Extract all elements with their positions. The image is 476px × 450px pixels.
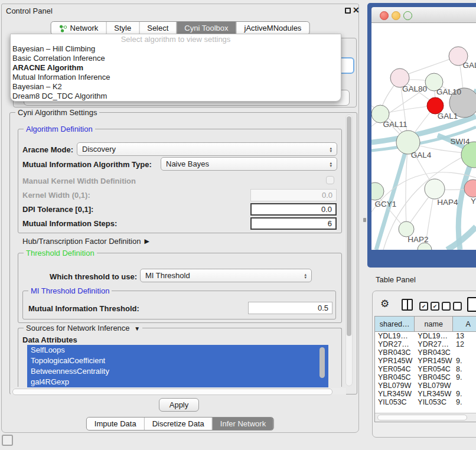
- tab-discretize-data[interactable]: Discretize Data: [144, 418, 212, 430]
- network-window-titlebar[interactable]: [371, 7, 476, 23]
- algorithm-option-aracne-algorithm[interactable]: ARACNE Algorithm: [11, 63, 341, 73]
- close-traffic-light-icon[interactable]: [380, 11, 389, 20]
- mi-steps-label: Mutual Information Steps:: [22, 219, 117, 228]
- apply-button[interactable]: Apply: [159, 398, 199, 412]
- table-cell: YIL053C: [415, 398, 453, 406]
- mi-threshold-group-title: MI Threshold Definition: [28, 286, 112, 295]
- algorithm-option-bayesian-hill-climbing[interactable]: Bayesian – Hill Climbing: [11, 44, 341, 54]
- tab-network[interactable]: Network: [51, 22, 106, 34]
- mi-type-combo[interactable]: Naive Bayes ▴▾: [161, 157, 337, 171]
- dpi-tolerance-field[interactable]: 0.0: [250, 203, 337, 216]
- network-node-label: SWI4: [450, 137, 470, 146]
- sources-title-text: Sources for Network Inference: [26, 324, 130, 332]
- algorithm-option-basic-correlation-inference[interactable]: Basic Correlation Inference: [11, 54, 341, 63]
- network-icon: [59, 24, 67, 32]
- attributes-vscrollbar-thumb[interactable]: [319, 347, 325, 378]
- settings-hscrollbar[interactable]: [11, 388, 346, 394]
- network-node-label: GAL: [462, 61, 476, 70]
- node-table[interactable]: shared…nameA YDL19…YDL19…13YDR27…YDR27…1…: [374, 316, 476, 422]
- deselect-all-icon[interactable]: [442, 302, 464, 311]
- tab-label: Infer Network: [220, 419, 266, 428]
- control-panel-title: Control Panel: [6, 6, 53, 15]
- network-canvas[interactable]: GALGAL80GAL10GAL1GAL11SWI4GAL4GCY1HAP4YH…: [371, 23, 476, 250]
- close-window-icon[interactable]: ✕: [353, 5, 360, 15]
- table-cell: YBR043C: [415, 348, 453, 357]
- tab-jactivemnodules[interactable]: jActiveMNodules: [236, 22, 309, 34]
- settings-vscrollbar[interactable]: [345, 115, 353, 386]
- algorithm-option-bayesian-k2[interactable]: Bayesian – K2: [11, 82, 341, 92]
- table-row[interactable]: YDL19…YDL19…13: [375, 332, 476, 340]
- attributes-vscrollbar[interactable]: [319, 346, 326, 386]
- tab-label: Network: [70, 24, 99, 32]
- mi-type-label: Mutual Information Algorithm Type:: [22, 160, 152, 169]
- algorithm-dropdown-popup: Select algorithm to view settings Bayesi…: [10, 34, 341, 102]
- attribute-item-gal4rgexp[interactable]: gal4RGexp: [27, 377, 328, 387]
- column-header-a[interactable]: A: [453, 317, 476, 331]
- aracne-mode-label: Aracne Mode:: [22, 145, 73, 154]
- cyni-bottom-tabbar: Impute DataDiscretize DataInfer Network: [86, 417, 274, 431]
- panel-corner-button[interactable]: [2, 435, 13, 446]
- table-cell: YPR145W: [375, 357, 415, 365]
- which-threshold-combo[interactable]: MI Threshold ▴▾: [140, 269, 312, 282]
- table-hscrollbar[interactable]: [375, 413, 476, 422]
- table-cell: 12: [453, 340, 476, 348]
- hub-tf-expander[interactable]: Hub/Transcription Factor Definition ▶: [22, 237, 149, 246]
- which-threshold-value: MI Threshold: [145, 271, 190, 280]
- algorithm-option-dream8-dc-tdc-algorithm[interactable]: Dream8 DC_TDC Algorithm: [11, 92, 341, 101]
- table-cell: YLR345W: [375, 390, 415, 398]
- table-cell: YBL079W: [375, 381, 415, 390]
- table-cell: 9.: [453, 398, 476, 406]
- tab-impute-data[interactable]: Impute Data: [87, 418, 144, 430]
- zoom-traffic-light-icon[interactable]: [403, 11, 412, 20]
- tab-infer-network[interactable]: Infer Network: [212, 418, 273, 430]
- select-all-icon[interactable]: ✔✔: [419, 302, 442, 311]
- tab-label: Discretize Data: [152, 419, 204, 428]
- float-window-icon[interactable]: [345, 8, 351, 14]
- mi-threshold-field[interactable]: 0.5: [248, 302, 332, 314]
- network-node-hap4[interactable]: [425, 179, 445, 199]
- sources-group-title[interactable]: Sources for Network Inference ▼: [24, 324, 142, 332]
- kernel-width-field[interactable]: 0.0: [250, 189, 337, 201]
- attribute-item-selfloops[interactable]: SelfLoops: [27, 345, 328, 356]
- table-row[interactable]: YPR145WYPR145W9.: [375, 357, 476, 365]
- table-panel-title: Table Panel: [376, 275, 416, 284]
- apply-button-label: Apply: [169, 400, 189, 409]
- mi-threshold-value: 0.5: [318, 304, 328, 312]
- table-partial-icon[interactable]: [467, 297, 476, 312]
- table-row[interactable]: YDR27…YDR27…12: [375, 340, 476, 348]
- table-cell: 8.: [453, 365, 476, 373]
- table-cell: YBR045C: [375, 373, 415, 381]
- table-row[interactable]: YIL053CYIL053C9.: [375, 398, 476, 406]
- settings-vscrollbar-thumb[interactable]: [347, 116, 351, 336]
- cyni-settings-title: Cyni Algorithm Settings: [15, 108, 99, 117]
- settings-hscrollbar-thumb[interactable]: [12, 389, 332, 395]
- algorithm-option-mutual-information-inference[interactable]: Mutual Information Inference: [11, 73, 341, 82]
- table-rows: YDL19…YDL19…13YDR27…YDR27…12YBR043CYBR04…: [375, 332, 476, 406]
- aracne-mode-combo[interactable]: Discovery ▴▾: [77, 142, 337, 156]
- column-split-icon[interactable]: [402, 299, 413, 311]
- tab-label: jActiveMNodules: [244, 24, 302, 32]
- column-header-shared[interactable]: shared…: [375, 317, 415, 331]
- data-attributes-list[interactable]: SelfLoopsTopologicalCoefficientBetweenne…: [27, 345, 328, 387]
- table-cell: 9.: [453, 390, 476, 398]
- attribute-item-betweennesscentrality[interactable]: BetweennessCentrality: [27, 366, 328, 377]
- splitter-handle[interactable]: [363, 218, 366, 222]
- table-row[interactable]: YBR045CYBR045C9.: [375, 373, 476, 381]
- table-row[interactable]: YBR043CYBR043C: [375, 348, 476, 357]
- attribute-item-topologicalcoefficient[interactable]: TopologicalCoefficient: [27, 356, 328, 366]
- tab-cyni-toolbox[interactable]: Cyni Toolbox: [176, 22, 236, 34]
- minimize-traffic-light-icon[interactable]: [392, 11, 400, 20]
- table-hscrollbar-thumb[interactable]: [377, 415, 467, 420]
- manual-kernel-checkbox[interactable]: [326, 176, 334, 184]
- manual-kernel-label: Manual Kernel Width Definition: [22, 177, 136, 185]
- table-row[interactable]: YLR345WYLR345W9.: [375, 390, 476, 398]
- table-row[interactable]: YBL079WYBL079W: [375, 381, 476, 390]
- network-node-gcy1[interactable]: [371, 182, 384, 200]
- tab-style[interactable]: Style: [106, 22, 139, 34]
- table-row[interactable]: YER054CYER054C8.: [375, 365, 476, 373]
- tab-select[interactable]: Select: [139, 22, 176, 34]
- gear-icon[interactable]: ⚙: [380, 298, 389, 310]
- table-cell: 13: [453, 332, 476, 340]
- column-header-name[interactable]: name: [415, 317, 453, 331]
- mi-steps-field[interactable]: 6: [250, 217, 337, 230]
